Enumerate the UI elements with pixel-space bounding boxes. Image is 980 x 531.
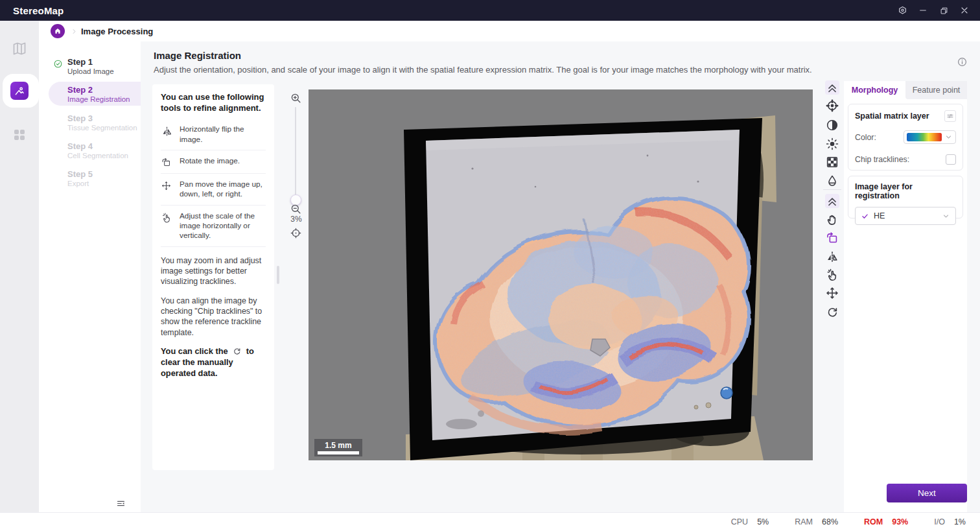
page-description: Adjust the orientation, position, and sc… bbox=[154, 65, 899, 75]
instructions-intro: You can use the following tools to refin… bbox=[161, 92, 266, 113]
step-sublabel: Cell Segmentation bbox=[67, 152, 128, 160]
pan-icon bbox=[161, 180, 174, 191]
contrast-icon[interactable] bbox=[825, 118, 839, 132]
panel-resize-handle[interactable] bbox=[277, 266, 279, 284]
scale-icon bbox=[161, 212, 174, 224]
rom-stat: ROM93% bbox=[864, 517, 908, 526]
matrix-settings-icon[interactable] bbox=[944, 110, 956, 122]
app-rail bbox=[0, 21, 39, 512]
chevron-right-icon bbox=[70, 27, 78, 36]
spatial-matrix-title: Spatial matrix layer bbox=[855, 112, 929, 121]
step-complete-icon bbox=[53, 59, 63, 69]
tool-hint-rotate: Rotate the image. bbox=[161, 150, 266, 174]
zoom-in-icon[interactable] bbox=[290, 92, 302, 104]
breadcrumb-page: Image Processing bbox=[81, 27, 153, 36]
rail-item-image-processing[interactable] bbox=[10, 82, 29, 100]
tab-morphology[interactable]: Morphology bbox=[844, 81, 905, 99]
step-label: Step 2 bbox=[67, 85, 130, 95]
tool-hint-flip: Horizontally flip the image. bbox=[161, 119, 266, 150]
layer-selected-value: HE bbox=[874, 211, 885, 220]
right-panel: Morphology Feature point Spatial matrix … bbox=[844, 81, 967, 512]
reset-tool-icon[interactable] bbox=[825, 305, 839, 319]
step-label: Step 5 bbox=[67, 169, 93, 179]
step-sublabel: Export bbox=[67, 180, 93, 188]
colormap-swatch bbox=[907, 133, 942, 141]
scale-bar-rule bbox=[318, 451, 359, 454]
colormap-dropdown[interactable] bbox=[904, 130, 956, 144]
step-sublabel: Tissue Segmentation bbox=[67, 124, 137, 132]
info-icon[interactable] bbox=[957, 56, 968, 67]
scale-bar-label: 1.5 mm bbox=[314, 441, 362, 450]
instructions-panel: You can use the following tools to refin… bbox=[152, 84, 274, 470]
step-sublabel: Upload Image bbox=[67, 67, 114, 76]
step-sublabel: Image Registration bbox=[67, 95, 130, 104]
zoom-level: 3% bbox=[286, 215, 307, 224]
cpu-stat: CPU5% bbox=[731, 517, 769, 526]
close-button[interactable] bbox=[954, 1, 975, 19]
flip-horizontal-icon bbox=[161, 125, 174, 137]
tool-hint-scale: Adjust the scale of the image horizontal… bbox=[161, 206, 266, 247]
zoom-slider-track[interactable] bbox=[295, 107, 296, 199]
rotate-tool-icon[interactable] bbox=[825, 231, 839, 245]
toolbar-divider bbox=[823, 189, 841, 190]
scale-tool-icon[interactable] bbox=[825, 268, 839, 282]
brightness-icon[interactable] bbox=[825, 137, 839, 151]
pan-tool-icon[interactable] bbox=[825, 213, 839, 227]
color-label: Color: bbox=[855, 133, 876, 142]
step-label: Step 3 bbox=[67, 113, 137, 123]
minimize-button[interactable] bbox=[913, 1, 933, 19]
step-label: Step 1 bbox=[67, 57, 114, 67]
chevron-down-icon bbox=[944, 133, 953, 141]
right-panel-tabs: Morphology Feature point bbox=[844, 81, 967, 99]
scale-bar: 1.5 mm bbox=[314, 439, 362, 456]
fit-view-icon[interactable] bbox=[290, 227, 302, 239]
window-controls bbox=[892, 1, 975, 19]
registration-canvas[interactable]: 1.5 mm bbox=[309, 89, 813, 460]
layer-select[interactable]: HE bbox=[855, 207, 956, 225]
ram-stat: RAM68% bbox=[795, 517, 838, 526]
steps-panel: Step 1 Upload Image Step 2 Image Registr… bbox=[39, 41, 141, 512]
io-stat: I/O1% bbox=[934, 517, 966, 526]
title-bar: StereoMap bbox=[0, 0, 980, 21]
rotate-icon bbox=[161, 157, 174, 168]
chevron-down-icon bbox=[942, 212, 950, 220]
tissue-image bbox=[309, 89, 813, 460]
move-tool-icon[interactable] bbox=[825, 286, 839, 300]
transparency-grid-icon[interactable] bbox=[825, 155, 839, 169]
zoom-out-icon[interactable] bbox=[290, 203, 302, 215]
tool-hint-pan: Pan move the image up, down, left, or ri… bbox=[161, 174, 266, 206]
rail-item-apps[interactable] bbox=[12, 127, 27, 143]
main-area: Image Registration Adjust the orientatio… bbox=[141, 41, 980, 512]
image-layer-card: Image layer for registration HE bbox=[848, 176, 963, 218]
breadcrumb: Image Processing bbox=[39, 21, 980, 41]
tip-zoom: You may zoom in and adjust image setting… bbox=[161, 255, 266, 287]
collapse-image-tools-icon[interactable] bbox=[825, 80, 839, 95]
image-layer-title: Image layer for registration bbox=[855, 182, 956, 200]
app-title: StereoMap bbox=[13, 5, 64, 16]
color-balance-icon[interactable] bbox=[825, 99, 839, 113]
saturation-icon[interactable] bbox=[825, 174, 839, 188]
chip-tracklines-checkbox[interactable] bbox=[946, 154, 956, 165]
settings-button[interactable] bbox=[892, 1, 913, 19]
tip-clear: You can click the to clear the manually … bbox=[161, 346, 266, 379]
stereomap-window: StereoMap Image Processing Step 1 Upload… bbox=[0, 0, 980, 531]
collapse-transform-tools-icon[interactable] bbox=[825, 194, 839, 208]
chip-tracklines-label: Chip tracklines: bbox=[855, 155, 909, 164]
check-icon bbox=[861, 212, 869, 220]
next-button[interactable]: Next bbox=[887, 484, 967, 502]
tab-feature-point[interactable]: Feature point bbox=[905, 81, 967, 99]
page-title: Image Registration bbox=[154, 50, 241, 61]
flip-tool-icon[interactable] bbox=[825, 250, 839, 264]
spatial-matrix-card: Spatial matrix layer Color: Chip trackli… bbox=[848, 104, 963, 171]
reset-icon bbox=[232, 346, 242, 356]
step-label: Step 4 bbox=[67, 141, 128, 151]
rail-item-maps[interactable] bbox=[12, 41, 27, 56]
home-icon[interactable] bbox=[51, 24, 65, 38]
status-bar: CPU5% RAM68% ROM93% I/O1% bbox=[0, 512, 980, 531]
restore-button[interactable] bbox=[933, 1, 954, 19]
tip-align: You can align the image by checking "Chi… bbox=[161, 296, 266, 338]
collapse-panel-icon[interactable] bbox=[115, 498, 126, 509]
